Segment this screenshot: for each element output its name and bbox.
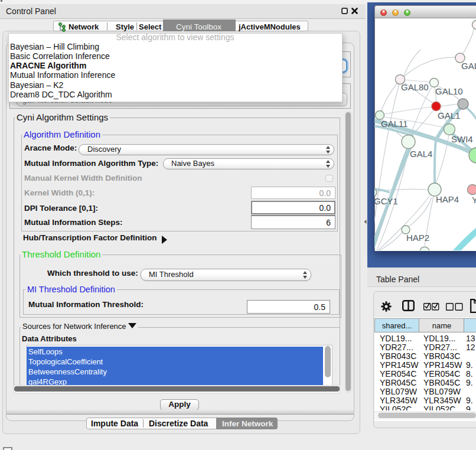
svg-text:SWI4: SWI4 <box>451 134 473 144</box>
svg-text:GAL11: GAL11 <box>381 119 408 129</box>
svg-text:GAL4: GAL4 <box>410 149 432 159</box>
svg-text:GAL2: GAL2 <box>461 61 476 71</box>
svg-text:Y: Y <box>472 195 476 205</box>
svg-text:GCY1: GCY1 <box>374 196 398 206</box>
svg-text:GAL80: GAL80 <box>401 82 429 92</box>
svg-text:HAP4: HAP4 <box>436 194 459 204</box>
svg-text:HAP2: HAP2 <box>406 233 429 243</box>
svg-text:GAL1: GAL1 <box>438 110 460 120</box>
svg-text:GAL10: GAL10 <box>435 86 463 96</box>
